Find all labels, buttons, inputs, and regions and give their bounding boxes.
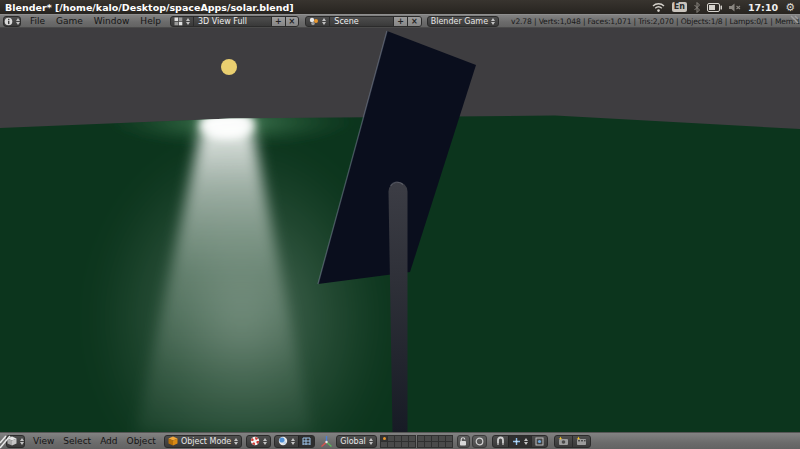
opengl-render-group: [554, 435, 591, 448]
snap-increment-icon: [512, 437, 521, 446]
close-scene-button[interactable]: ×: [407, 17, 421, 26]
screen-layout-selector[interactable]: 3D View Full + ×: [170, 16, 299, 27]
3d-viewport[interactable]: [0, 28, 800, 432]
orientation-dropdown[interactable]: Global: [336, 435, 377, 448]
chevron-updown-icon: [322, 18, 326, 25]
add-layout-button[interactable]: +: [271, 17, 285, 26]
menu-select[interactable]: Select: [63, 436, 91, 446]
mode-value: Object Mode: [181, 437, 231, 446]
menu-file[interactable]: File: [30, 16, 45, 26]
magnet-icon: [496, 436, 505, 446]
chevron-updown-icon: [186, 18, 190, 25]
menu-help[interactable]: Help: [140, 16, 161, 26]
menu-add[interactable]: Add: [100, 436, 117, 446]
proportional-edit-button[interactable]: [472, 435, 487, 448]
chevron-updown-icon: [491, 18, 495, 25]
render-film-icon: [576, 436, 587, 446]
viewport-shading-dropdown[interactable]: [246, 435, 271, 448]
chevron-updown-icon: [291, 438, 295, 445]
scene-name-value: Scene: [329, 17, 393, 26]
corner-resize-grip[interactable]: [786, 15, 799, 28]
layer-cell[interactable]: [445, 441, 453, 448]
view3d-header: View Select Add Object Object Mode: [0, 432, 800, 449]
close-layout-button[interactable]: ×: [285, 17, 299, 26]
render-camera-icon: [558, 436, 569, 446]
snap-element-dropdown[interactable]: [508, 436, 531, 447]
chevron-updown-icon: [16, 18, 20, 25]
wifi-icon[interactable]: [652, 2, 665, 12]
blender-window: Blender* [/home/kalo/Desktop/spaceApps/s…: [0, 0, 800, 449]
snap-target-button[interactable]: [531, 436, 547, 447]
scene-selector[interactable]: Scene + ×: [305, 16, 421, 27]
layers-group-1: [381, 435, 416, 447]
layers-widget: [381, 435, 453, 447]
titlebar: Blender* [/home/kalo/Desktop/spaceApps/s…: [0, 0, 800, 14]
object-mode-cube-icon: [168, 436, 178, 446]
clock[interactable]: 17:10: [748, 2, 778, 13]
session-gear-icon[interactable]: ⚙: [785, 2, 795, 13]
screen-layout-value: 3D View Full: [193, 17, 271, 26]
lock-to-scene-button[interactable]: [457, 435, 470, 448]
chevron-updown-icon: [369, 438, 373, 445]
window-title: Blender* [/home/kalo/Desktop/spaceApps/s…: [5, 2, 294, 13]
pivot-point-dropdown[interactable]: [275, 436, 298, 447]
manipulator-grid-icon: [302, 437, 311, 446]
bluetooth-icon[interactable]: [694, 2, 700, 13]
info-header: File Game Window Help 3D View Full + ×: [0, 14, 800, 28]
corner-resize-grip[interactable]: [0, 433, 12, 449]
manipulator-toggle[interactable]: [298, 436, 314, 447]
proportional-circle-icon: [475, 437, 484, 446]
pivot-sphere-icon: [278, 436, 288, 446]
scene-statistics: v2.78 | Verts:1,048 | Faces:1,071 | Tris…: [511, 17, 800, 26]
render-engine-dropdown[interactable]: Blender Game: [427, 16, 499, 27]
editor-type-button[interactable]: [3, 16, 21, 27]
snap-toggle-button[interactable]: [493, 436, 508, 447]
battery-icon[interactable]: [707, 3, 722, 12]
orientation-value: Global: [340, 437, 366, 446]
menu-game[interactable]: Game: [56, 16, 83, 26]
volume-muted-icon[interactable]: [729, 3, 741, 12]
chevron-updown-icon: [524, 438, 528, 445]
snap-group: [492, 435, 548, 448]
chevron-updown-icon: [234, 438, 238, 445]
add-scene-button[interactable]: +: [393, 17, 407, 26]
pivot-point-group: [274, 435, 315, 448]
menu-window[interactable]: Window: [94, 16, 130, 26]
opengl-render-anim-button[interactable]: [572, 436, 590, 447]
system-tray: En 17:10 ⚙: [652, 2, 795, 13]
mode-dropdown[interactable]: Object Mode: [164, 435, 242, 448]
menu-view[interactable]: View: [33, 436, 54, 446]
unlock-icon: [459, 437, 467, 446]
chevron-updown-icon: [20, 438, 24, 445]
snap-target-icon: [535, 437, 544, 446]
axis-tripod-icon[interactable]: [320, 435, 333, 448]
chevron-updown-icon: [263, 438, 267, 445]
textured-shading-icon: [250, 436, 260, 446]
layer-cell[interactable]: [408, 441, 416, 448]
engine-value: Blender Game: [431, 17, 488, 26]
layers-group-2: [418, 435, 453, 447]
screen-layout-icon: [174, 17, 183, 26]
menu-object[interactable]: Object: [127, 436, 156, 446]
sun-sphere[interactable]: [221, 59, 237, 75]
scene-icon: [309, 17, 319, 26]
keyboard-indicator[interactable]: En: [672, 2, 687, 12]
info-editor-icon: [4, 17, 13, 26]
opengl-render-image-button[interactable]: [555, 436, 572, 447]
